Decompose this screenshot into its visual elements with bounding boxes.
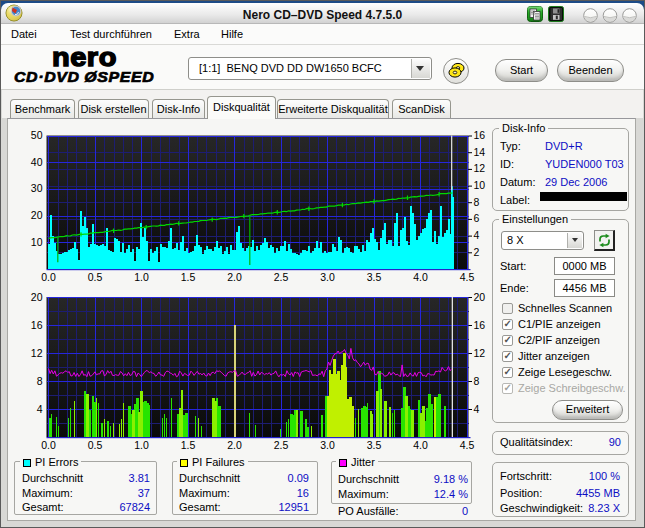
svg-text:0.5: 0.5 [88, 439, 103, 451]
svg-text:20: 20 [474, 291, 486, 303]
svg-text:12: 12 [474, 347, 486, 359]
svg-text:20: 20 [31, 209, 43, 221]
svg-text:3.0: 3.0 [320, 271, 335, 283]
svg-text:4.0: 4.0 [413, 439, 428, 451]
svg-text:4.5: 4.5 [460, 271, 475, 283]
svg-text:4.5: 4.5 [460, 439, 475, 451]
svg-text:1.5: 1.5 [181, 271, 196, 283]
svg-text:2.5: 2.5 [274, 271, 289, 283]
svg-text:16: 16 [474, 319, 486, 331]
svg-text:10: 10 [474, 179, 486, 191]
svg-text:4: 4 [37, 403, 43, 415]
svg-text:16: 16 [474, 129, 486, 141]
svg-text:12: 12 [474, 162, 486, 174]
svg-text:8: 8 [474, 375, 480, 387]
svg-text:8: 8 [474, 196, 480, 208]
svg-text:1.0: 1.0 [134, 439, 149, 451]
svg-text:3.5: 3.5 [367, 439, 382, 451]
svg-text:14: 14 [474, 146, 486, 158]
svg-text:16: 16 [31, 319, 43, 331]
svg-text:40: 40 [31, 156, 43, 168]
svg-text:4: 4 [474, 229, 480, 241]
svg-text:4: 4 [474, 403, 480, 415]
svg-text:50: 50 [31, 129, 43, 141]
svg-text:8: 8 [37, 375, 43, 387]
svg-text:30: 30 [31, 182, 43, 194]
svg-text:12: 12 [31, 347, 43, 359]
svg-text:6: 6 [474, 212, 480, 224]
svg-text:3.5: 3.5 [367, 271, 382, 283]
svg-text:2.0: 2.0 [227, 439, 242, 451]
svg-text:1.0: 1.0 [134, 271, 149, 283]
svg-text:10: 10 [31, 236, 43, 248]
svg-text:2.0: 2.0 [227, 271, 242, 283]
svg-text:2.5: 2.5 [274, 439, 289, 451]
svg-text:0.5: 0.5 [88, 271, 103, 283]
svg-text:2: 2 [474, 246, 480, 258]
svg-text:4.0: 4.0 [413, 271, 428, 283]
svg-text:0.0: 0.0 [41, 271, 56, 283]
svg-text:20: 20 [31, 291, 43, 303]
svg-text:3.0: 3.0 [320, 439, 335, 451]
svg-text:0.0: 0.0 [41, 439, 56, 451]
svg-text:1.5: 1.5 [181, 439, 196, 451]
